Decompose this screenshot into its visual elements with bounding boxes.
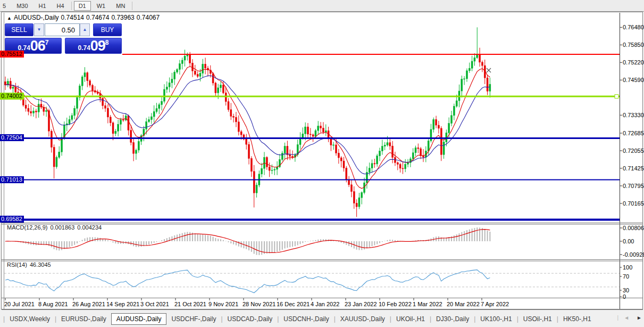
chart-tab-hk50-h1[interactable]: HK50-,H1 bbox=[558, 314, 596, 324]
one-click-trading-panel: SELL ▼ ▲ BUY 0.74067 0.74098 bbox=[5, 23, 122, 54]
date-tick-label: 4 Jan 2022 bbox=[311, 301, 339, 307]
chart-tab-usdcnh-daily[interactable]: USDCNH-,Daily bbox=[279, 314, 333, 324]
chart-tab-usdchf-daily[interactable]: USDCHF-,Daily bbox=[166, 314, 221, 324]
ohlc-close: 0.74067 bbox=[137, 14, 160, 21]
axis-tick-label: 30 bbox=[623, 287, 629, 293]
line-handle[interactable] bbox=[615, 95, 618, 99]
collapse-chart-icon[interactable]: ▲ bbox=[7, 15, 12, 21]
chart-title: ▲AUDUSD-,Daily0.745140.746740.739630.740… bbox=[7, 14, 162, 21]
axis-tick-label: -0.009286 bbox=[623, 251, 644, 258]
chart-tab-xauusd-daily[interactable]: XAUUSD-,Daily bbox=[336, 314, 390, 324]
date-tick-label: 28 Nov 2021 bbox=[242, 301, 275, 307]
tabs-scroll-right-button[interactable]: ► bbox=[637, 315, 642, 321]
date-tick-label: 20 Jul 2021 bbox=[4, 301, 35, 307]
spin-up-icon: ▲ bbox=[83, 27, 87, 32]
axis-tick-label: 0.00 bbox=[623, 238, 634, 244]
mt4-window: 5M30H1H4D1W1MN ▲AUDUSD-,Daily0.745140.74… bbox=[0, 0, 644, 327]
axis-tick-label: 0.70795 bbox=[623, 183, 644, 189]
candlesticks bbox=[5, 27, 491, 217]
tabs-scroll-left-button[interactable]: ◄ bbox=[624, 315, 629, 321]
buy-price-button[interactable]: 0.74098 bbox=[65, 38, 122, 54]
price-line-label-0.72504: 0.72504 bbox=[0, 134, 24, 141]
rsi-value: 46.3045 bbox=[30, 261, 51, 268]
macd-indicator-label: MACD(12,26,9)0.0018630.004234 bbox=[7, 224, 104, 231]
ohlc-high: 0.74674 bbox=[86, 14, 109, 21]
axis-tick-label: 0.008061 bbox=[623, 225, 644, 231]
macd-name: MACD(12,26,9) bbox=[7, 224, 47, 231]
date-tick-label: 20 Mar 2022 bbox=[447, 301, 480, 307]
buy-price-prefix: 0.74 bbox=[78, 44, 90, 52]
date-tick-label: 8 Aug 2021 bbox=[38, 301, 68, 307]
ma-slow-line bbox=[5, 76, 490, 174]
axis-tick-label: 0.70165 bbox=[623, 200, 644, 207]
date-tick-label: 1 Mar 2022 bbox=[413, 301, 442, 307]
date-tick-label: 10 Feb 2022 bbox=[379, 301, 412, 307]
date-tick-label: 3 Oct 2021 bbox=[140, 301, 169, 307]
macd-value-2: 0.004234 bbox=[77, 224, 102, 231]
chart-tab-usdcad-daily[interactable]: USDCAD-,Daily bbox=[223, 314, 278, 324]
date-tick-label: 9 Nov 2021 bbox=[208, 301, 238, 307]
date-tick-label: 14 Sep 2021 bbox=[106, 301, 139, 307]
axis-tick-label: 0.75850 bbox=[623, 42, 644, 48]
axis-tick-label: 100 bbox=[623, 264, 632, 271]
volume-decrease-button[interactable]: ▼ bbox=[34, 23, 44, 36]
axis-tick-label: 0.71425 bbox=[623, 165, 644, 171]
chart-tab-ukoil-h1[interactable]: UKOil-,H1 bbox=[391, 314, 430, 324]
spin-down-icon: ▼ bbox=[37, 27, 41, 32]
macd-value-1: 0.001863 bbox=[50, 224, 74, 231]
axis-tick-label: 0.74590 bbox=[623, 77, 644, 83]
chart-symbol-label: AUDUSD-,Daily bbox=[14, 14, 59, 21]
date-tick-label: 26 Aug 2021 bbox=[72, 301, 105, 307]
volume-input[interactable] bbox=[45, 23, 80, 36]
axis-tick-label: 0.75220 bbox=[623, 59, 644, 66]
volume-increase-button[interactable]: ▲ bbox=[80, 23, 90, 36]
chart-tab-usdx-weekly[interactable]: USDX,Weekly bbox=[5, 314, 55, 324]
price-line-label-0.69582: 0.69582 bbox=[0, 216, 24, 223]
chart-tab-uk100-h1[interactable]: UK100-,H1 bbox=[475, 314, 516, 324]
axis-tick-label: 0.72685 bbox=[623, 130, 644, 136]
date-tick-label: 16 Dec 2021 bbox=[277, 301, 310, 307]
date-tick-label: 23 Jan 2022 bbox=[345, 301, 377, 307]
axis-tick-label: 0.73330 bbox=[623, 112, 644, 118]
macd-signal-line bbox=[5, 230, 490, 253]
date-tick-label: 7 Apr 2022 bbox=[481, 301, 509, 307]
sell-button[interactable]: SELL bbox=[5, 23, 34, 36]
ohlc-open: 0.74514 bbox=[61, 14, 84, 21]
sell-price-big: 06 bbox=[30, 39, 45, 53]
rsi-name: RSI(14) bbox=[7, 261, 27, 268]
price-line-label-0.71013: 0.71013 bbox=[0, 176, 24, 183]
rsi-indicator-label: RSI(14)46.3045 bbox=[7, 261, 54, 268]
chart-tab-audusd-daily[interactable]: AUDUSD-,Daily bbox=[111, 313, 167, 325]
chart-tabs-bar: |USDX,Weekly|EURUSD-,DailyAUDUSD-,DailyU… bbox=[0, 310, 644, 327]
sell-price-sup: 7 bbox=[45, 39, 49, 46]
ma-cross-marker bbox=[487, 68, 491, 72]
axis-tick-label: 0 bbox=[623, 293, 626, 300]
axis-tick-label: 0.76480 bbox=[623, 24, 644, 30]
buy-button[interactable]: BUY bbox=[93, 23, 122, 36]
buy-price-big: 09 bbox=[90, 39, 105, 53]
buy-price-sup: 8 bbox=[105, 39, 109, 46]
date-tick-label: 21 Oct 2021 bbox=[174, 301, 206, 307]
chart-tab-eurusd-daily[interactable]: EURUSD-,Daily bbox=[56, 314, 111, 324]
axis-tick-label: 0.72055 bbox=[623, 148, 644, 154]
price-line-label-0.74002: 0.74002 bbox=[0, 93, 24, 100]
chart-tab-dj30-daily[interactable]: DJ30-,Daily bbox=[431, 314, 474, 324]
axis-tick-label: 70 bbox=[623, 273, 629, 280]
ohlc-low: 0.73963 bbox=[111, 14, 134, 21]
ma-fast-line bbox=[5, 67, 490, 189]
chart-tab-usoil-h1[interactable]: USOil-,H1 bbox=[518, 314, 557, 324]
price-line-label-0.75512: 0.75512 bbox=[0, 51, 24, 58]
